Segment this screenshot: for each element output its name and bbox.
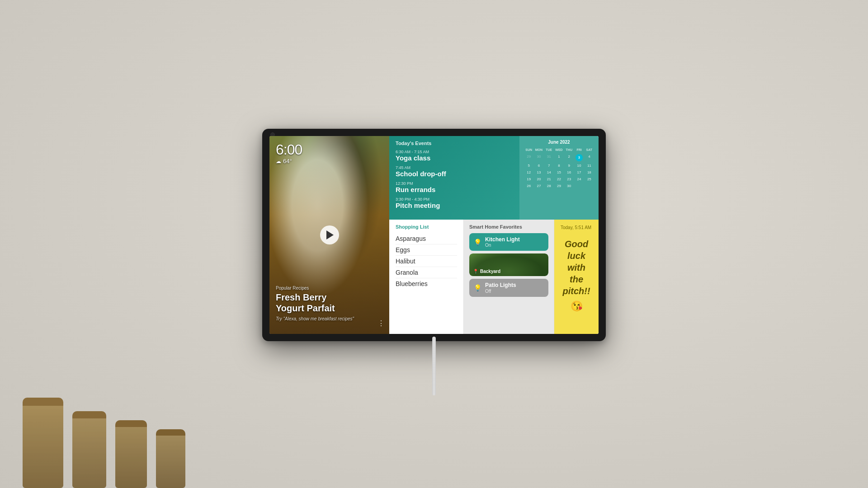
shopping-item-halibut[interactable]: Halibut (396, 256, 457, 267)
cal-day-empty2 (585, 183, 594, 189)
cal-fri: FRI (574, 147, 584, 153)
kitchen-light-icon: 💡 (474, 239, 481, 246)
patio-lights-status: Off (485, 289, 516, 294)
recipe-title: Fresh Berry Yogurt Parfait (276, 292, 383, 314)
cal-day-2[interactable]: 2 (564, 153, 574, 162)
cal-tue: TUE (544, 147, 554, 153)
weather-icon: ☁ (276, 158, 281, 164)
event-time-school: 7:45 AM (396, 165, 513, 170)
note-content: Good luck with the pitch!! (561, 238, 592, 297)
cal-day-19[interactable]: 19 (524, 176, 533, 183)
recipe-category: Popular Recipes (276, 286, 383, 291)
cal-day-24[interactable]: 24 (574, 176, 584, 183)
cal-day-28[interactable]: 28 (544, 183, 554, 189)
jar-medium (72, 411, 106, 488)
patio-lights-device[interactable]: 💡 Patio Lights Off (469, 279, 548, 296)
more-options-icon[interactable]: ⋮ (377, 319, 385, 328)
event-item-pitch[interactable]: 3:30 PM - 4:30 PM Pitch meeting (396, 197, 513, 210)
cal-day-15[interactable]: 15 (554, 169, 564, 176)
event-item-yoga[interactable]: 6:30 AM - 7:15 AM Yoga class (396, 150, 513, 162)
recipe-panel: 6:00 ☁ 64° Popular Recipes Fresh Berry Y… (269, 136, 389, 334)
shopping-item-eggs[interactable]: Eggs (396, 244, 457, 256)
shopping-list-title: Shopping List (396, 224, 457, 230)
cal-day-4[interactable]: 4 (585, 153, 594, 162)
backyard-device[interactable]: 📍 Backyard (469, 253, 548, 276)
cal-day-29[interactable]: 29 (554, 183, 564, 189)
power-cord (432, 337, 436, 395)
play-icon (326, 230, 334, 239)
events-title: Today's Events (396, 141, 513, 146)
shopping-item-granola[interactable]: Granola (396, 267, 457, 278)
recipe-prompt: Try "Alexa, show me breakfast recipes" (276, 316, 383, 321)
events-panel: Today's Events 6:30 AM - 7:15 AM Yoga cl… (389, 136, 519, 220)
shopping-item-blueberries[interactable]: Blueberries (396, 278, 457, 289)
right-panel: Today's Events 6:30 AM - 7:15 AM Yoga cl… (389, 136, 599, 334)
temperature: 64° (283, 158, 292, 164)
cal-wed: WED (554, 147, 564, 153)
time-display: 6:00 (276, 142, 302, 157)
cal-week-1: 29 30 31 1 2 3 4 (524, 153, 594, 162)
cal-day-31prev[interactable]: 31 (544, 153, 554, 162)
jar-small (115, 420, 147, 488)
cal-day-6[interactable]: 6 (534, 162, 543, 169)
recipe-info: Popular Recipes Fresh Berry Yogurt Parfa… (276, 286, 383, 321)
cal-day-7[interactable]: 7 (544, 162, 554, 169)
cal-day-9[interactable]: 9 (564, 162, 574, 169)
cal-day-30prev[interactable]: 30 (534, 153, 543, 162)
cal-day-8[interactable]: 8 (554, 162, 564, 169)
event-item-errands[interactable]: 12:30 PM Run errands (396, 181, 513, 194)
cal-day-1[interactable]: 1 (554, 153, 564, 162)
jar-xsmall (156, 429, 185, 488)
cal-day-25[interactable]: 25 (585, 176, 594, 183)
cal-day-17[interactable]: 17 (574, 169, 584, 176)
cal-day-27[interactable]: 27 (534, 183, 543, 189)
backyard-label: 📍 Backyard (473, 269, 500, 274)
cal-day-23[interactable]: 23 (564, 176, 574, 183)
patio-lights-name: Patio Lights (485, 282, 516, 288)
cal-day-22[interactable]: 22 (554, 176, 564, 183)
kitchen-items (23, 398, 185, 488)
cal-day-21[interactable]: 21 (544, 176, 554, 183)
backyard-image: 📍 Backyard (469, 253, 548, 276)
cal-week-2: 5 6 7 8 9 10 11 (524, 162, 594, 169)
top-section: Today's Events 6:30 AM - 7:15 AM Yoga cl… (389, 136, 599, 220)
patio-lights-info: Patio Lights Off (485, 282, 516, 293)
cal-day-10[interactable]: 10 (574, 162, 584, 169)
shopping-list-widget: Shopping List Asparagus Eggs Halibut Gra… (389, 220, 464, 334)
jar-large (23, 398, 63, 488)
cal-day-12[interactable]: 12 (524, 169, 533, 176)
time-weather-widget: 6:00 ☁ 64° (276, 142, 302, 164)
note-timestamp: Today, 5:51 AM (561, 225, 592, 230)
cal-day-13[interactable]: 13 (534, 169, 543, 176)
event-time-errands: 12:30 PM (396, 181, 513, 186)
cal-week-3: 12 13 14 15 16 17 18 (524, 169, 594, 176)
cal-week-5: 26 27 28 29 30 (524, 183, 594, 189)
cal-day-11[interactable]: 11 (585, 162, 594, 169)
device-frame: 6:00 ☁ 64° Popular Recipes Fresh Berry Y… (262, 129, 606, 341)
cal-day-14[interactable]: 14 (544, 169, 554, 176)
cal-day-30[interactable]: 30 (564, 183, 574, 189)
cal-day-26[interactable]: 26 (524, 183, 533, 189)
calendar-grid: SUN MON TUE WED THU FRI SAT 29 30 (524, 147, 594, 190)
kitchen-light-status: On (485, 243, 520, 248)
kitchen-light-device[interactable]: 💡 Kitchen Light On (469, 233, 548, 251)
kitchen-light-info: Kitchen Light On (485, 236, 520, 248)
cal-day-5[interactable]: 5 (524, 162, 533, 169)
cal-day-29prev[interactable]: 29 (524, 153, 533, 162)
shopping-item-asparagus[interactable]: Asparagus (396, 233, 457, 244)
play-button[interactable] (320, 225, 339, 244)
cal-day-16[interactable]: 16 (564, 169, 574, 176)
cal-day-20[interactable]: 20 (534, 176, 543, 183)
note-emoji: 😘 (561, 300, 592, 312)
event-name-school: School drop-off (396, 170, 513, 178)
cal-day-3-today[interactable]: 3 (574, 153, 584, 162)
device-screen: 6:00 ☁ 64° Popular Recipes Fresh Berry Y… (269, 136, 599, 334)
event-item-school[interactable]: 7:45 AM School drop-off (396, 165, 513, 178)
cal-day-18[interactable]: 18 (585, 169, 594, 176)
weather-display: ☁ 64° (276, 158, 302, 164)
cal-day-empty1 (574, 183, 584, 189)
calendar-header-row: SUN MON TUE WED THU FRI SAT (524, 147, 594, 153)
event-name-yoga: Yoga class (396, 154, 513, 162)
patio-lights-icon: 💡 (474, 284, 481, 291)
smart-home-title: Smart Home Favorites (469, 224, 548, 230)
